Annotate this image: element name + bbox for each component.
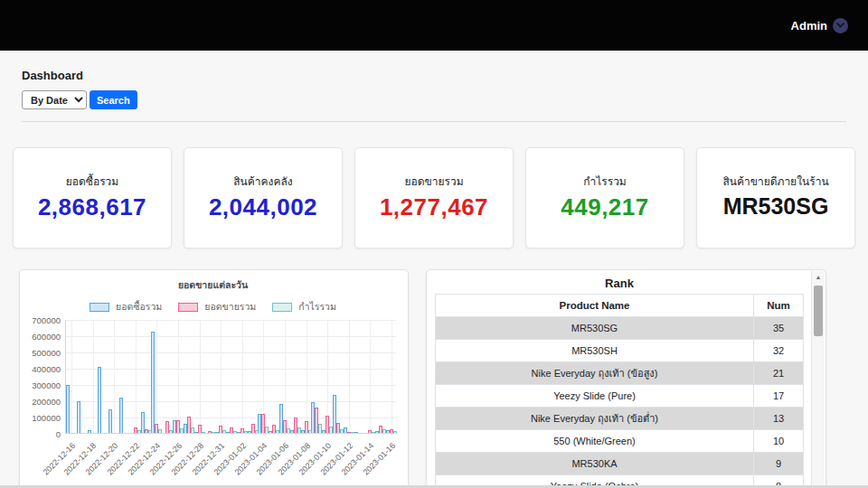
num-cell: 13 xyxy=(754,408,804,430)
legend-swatch xyxy=(90,303,109,312)
chart-title: ยอดขายแต่ละวัน xyxy=(27,277,399,293)
scroll-up-icon[interactable]: ▲ xyxy=(812,274,825,280)
bar-ยอดซื้อรวม-2022-12-17 xyxy=(77,401,80,433)
chart-body: 0100000200000300000400000500000600000700… xyxy=(27,320,399,481)
filter-controls: By Date Search xyxy=(22,90,846,109)
bar-กำไรรวม-2023-01-04 xyxy=(265,427,269,433)
chevron-down-icon[interactable] xyxy=(833,18,848,33)
stat-card-3: กำไรรวม449,217 xyxy=(525,147,684,249)
num-cell: 17 xyxy=(754,385,804,408)
bar-กำไรรวม-2023-01-10 xyxy=(329,427,333,433)
bar-กำไรรวม-2023-01-05 xyxy=(276,430,279,433)
bar-กำไรรวม-2022-12-27 xyxy=(191,427,194,433)
bar-กำไรรวม-2022-12-30 xyxy=(212,432,215,433)
bar-กำไรรวม-2023-01-16 xyxy=(393,431,397,433)
y-axis-tick: 0 xyxy=(56,429,61,439)
legend-item[interactable]: ยอดขายรวม xyxy=(178,299,256,314)
legend-label: ยอดซื้อรวม xyxy=(116,299,162,314)
daily-sales-chart-card: ยอดขายแต่ละวัน ยอดซื้อรวมยอดขายรวมกำไรรว… xyxy=(19,269,409,488)
y-axis-tick: 200000 xyxy=(32,397,61,407)
stat-card-2: ยอดขายรวม1,277,467 xyxy=(354,147,514,249)
product-name-cell: Nike Everyday ถุงเท้า (ข้อสูง) xyxy=(436,362,754,385)
stat-card-value: 2,044,002 xyxy=(184,193,342,221)
bar-ยอดซื้อรวม-2022-12-21 xyxy=(119,398,123,433)
bar-กำไรรวม-2023-01-09 xyxy=(318,424,322,433)
num-cell: 32 xyxy=(754,340,804,362)
product-name-cell: Yeezy Slide (Pure) xyxy=(436,385,754,408)
v-gridline xyxy=(114,320,115,433)
v-gridline xyxy=(221,320,222,433)
v-gridline xyxy=(136,320,137,433)
y-axis-tick: 100000 xyxy=(32,413,61,423)
rank-col-product-name: Product Name xyxy=(436,295,754,317)
h-gridline xyxy=(66,418,396,418)
bar-กำไรรวม-2022-12-24 xyxy=(158,429,162,433)
page-title: Dashboard xyxy=(22,69,846,82)
bar-ยอดซื้อรวม-2022-12-18 xyxy=(88,430,91,433)
rank-table-row: Yeezy Slide (Pure)17 xyxy=(436,385,804,408)
chart-plot-area xyxy=(65,320,396,434)
bar-กำไรรวม-2022-12-28 xyxy=(202,432,205,433)
admin-menu[interactable]: Admin xyxy=(791,18,848,33)
admin-label: Admin xyxy=(791,19,827,33)
stat-card-value: 2,868,617 xyxy=(14,193,171,221)
stat-card-value: MR530SG xyxy=(697,193,854,220)
v-gridline xyxy=(178,320,179,433)
chart-y-axis: 0100000200000300000400000500000600000700… xyxy=(27,320,65,434)
filter-select[interactable]: By Date xyxy=(22,90,87,109)
bar-กำไรรวม-2022-12-31 xyxy=(222,430,226,433)
rank-table-row: MR530SH32 xyxy=(436,340,804,362)
chart-legend: ยอดซื้อรวมยอดขายรวมกำไรรวม xyxy=(27,299,399,314)
rank-table-row: MR530SG35 xyxy=(436,317,804,340)
h-gridline xyxy=(66,369,396,370)
h-gridline xyxy=(66,336,396,337)
v-gridline xyxy=(307,320,307,433)
bar-กำไรรวม-2022-12-22 xyxy=(137,430,141,433)
product-name-cell: MR530SG xyxy=(436,317,754,340)
bar-ยอดซื้อรวม-2023-01-13 xyxy=(354,432,358,433)
bar-กำไรรวม-2023-01-12 xyxy=(351,432,354,433)
rank-table-row: 550 (White/Green)10 xyxy=(436,430,804,453)
y-axis-tick: 500000 xyxy=(32,348,61,358)
product-name-cell: MR530KA xyxy=(436,453,754,475)
bar-ยอดซื้อรวม-2022-12-24 xyxy=(151,332,155,433)
bar-กำไรรวม-2023-01-07 xyxy=(297,427,301,433)
rank-scrollbar[interactable]: ▲ ▼ xyxy=(811,271,825,488)
legend-item[interactable]: ยอดซื้อรวม xyxy=(90,299,162,314)
bar-กำไรรวม-2022-12-25 xyxy=(169,430,173,433)
stat-card-0: ยอดซื้อรวม2,868,617 xyxy=(13,147,172,249)
product-name-cell: Nike Everyday ถุงเท้า (ข้อต่ำ) xyxy=(436,408,754,430)
stat-card-value: 1,277,467 xyxy=(355,193,513,221)
bar-กำไรรวม-2023-01-11 xyxy=(340,429,344,433)
legend-item[interactable]: กำไรรวม xyxy=(272,299,336,314)
divider xyxy=(22,121,846,122)
v-gridline xyxy=(392,320,392,433)
bar-ยอดซื้อรวม-2022-12-20 xyxy=(108,409,112,433)
bar-กำไรรวม-2023-01-01 xyxy=(233,431,237,433)
num-cell: 9 xyxy=(754,453,804,475)
bar-ยอดซื้อรวม-2022-12-19 xyxy=(98,367,101,433)
rank-card: Rank Product Name Num MR530SG35MR530SH32… xyxy=(426,269,826,488)
rank-table-title: Rank xyxy=(435,275,804,294)
bar-กำไรรวม-2023-01-08 xyxy=(308,430,312,433)
bar-กำไรรวม-2023-01-15 xyxy=(382,429,386,433)
v-gridline xyxy=(200,320,201,433)
stat-card-label: ยอดซื้อรวม xyxy=(14,173,171,190)
stat-card-4: สินค้าขายดีภายในร้านMR530SG xyxy=(696,147,855,249)
legend-swatch xyxy=(272,303,292,312)
v-gridline xyxy=(285,320,286,433)
v-gridline xyxy=(156,320,157,433)
h-gridline xyxy=(66,320,396,321)
legend-label: ยอดขายรวม xyxy=(204,299,256,314)
bar-กำไรรวม-2022-12-26 xyxy=(180,428,184,433)
v-gridline xyxy=(349,320,350,433)
product-name-cell: MR530SH xyxy=(436,340,754,362)
v-gridline xyxy=(93,320,94,433)
stat-card-label: กำไรรวม xyxy=(526,173,684,190)
bar-ยอดซื้อรวม-2022-12-16 xyxy=(66,385,70,433)
search-button[interactable]: Search xyxy=(90,90,137,109)
scrollbar-thumb[interactable] xyxy=(814,286,823,336)
stats-row: ยอดซื้อรวม2,868,617สินค้าคงคลัง2,044,002… xyxy=(13,147,855,249)
rank-table: Product Name Num MR530SG35MR530SH32Nike … xyxy=(435,294,804,488)
stat-card-label: สินค้าขายดีภายในร้าน xyxy=(697,173,854,190)
